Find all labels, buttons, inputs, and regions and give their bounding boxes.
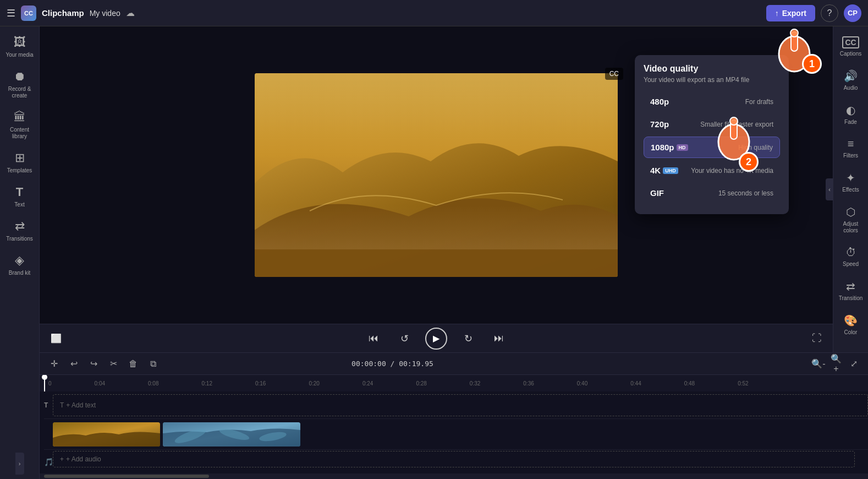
scrollbar-thumb[interactable]: [44, 475, 209, 478]
right-sidebar-item-adjust-colors[interactable]: ⬡ Adjust colors: [835, 200, 867, 240]
sidebar-item-brand-kit[interactable]: ◈ Brand kit: [2, 249, 37, 281]
right-sidebar-item-transition[interactable]: ⇄ Transition: [835, 274, 867, 307]
topbar: ☰ CC Clipchamp My video ☁ ↑ Export ? CP: [0, 0, 868, 26]
brand-label: Brand kit: [9, 270, 30, 276]
step-badge-1: 1: [802, 54, 822, 74]
skip-to-start-button[interactable]: ⏮: [364, 329, 383, 349]
topbar-left: ☰ CC Clipchamp My video ☁: [7, 6, 135, 21]
video-clip-2[interactable]: [163, 422, 300, 447]
center-content: CC Video quality Your video will export …: [40, 26, 833, 352]
quality-4k-desc: Your video has no 4K media: [691, 167, 773, 175]
color-rs-label: Color: [844, 329, 858, 336]
svg-rect-3: [791, 32, 798, 51]
timeline-scrollbar[interactable]: [40, 473, 868, 479]
right-sidebar-item-effects[interactable]: ✦ Effects: [835, 166, 867, 199]
audio-track-row: 🎵 + + Add audio: [44, 450, 868, 473]
captions-icon: CC: [842, 36, 859, 48]
record-label: Record &create: [8, 86, 31, 99]
quality-option-1080p[interactable]: 1080p HD High quality: [644, 137, 780, 158]
quality-dropdown: Video quality Your video will export as …: [635, 55, 789, 214]
your-media-icon: 🖼: [14, 35, 26, 50]
ruler-tick-10: 0:40: [577, 380, 587, 387]
timeline-zoom-controls: 🔍- 🔍+ ⤢: [811, 356, 861, 372]
add-audio-button[interactable]: + + Add audio: [53, 451, 855, 467]
right-sidebar-item-color[interactable]: 🎨 Color: [835, 308, 867, 341]
svg-rect-1: [255, 205, 618, 249]
topbar-right: ↑ Export ? CP: [766, 4, 861, 22]
fit-to-screen-button[interactable]: ⤢: [846, 356, 861, 372]
color-icon: 🎨: [844, 314, 858, 327]
right-sidebar-item-captions[interactable]: CC Captions: [835, 31, 867, 63]
forward-button[interactable]: ↻: [458, 329, 478, 349]
right-sidebar: ‹ CC Captions 🔊 Audio ◐ Fade ≡ Filters: [833, 26, 868, 352]
timeline-ruler: 0 0:04 0:08 0:12 0:16 0:20 0:24 0:28 0:3…: [40, 375, 868, 391]
right-sidebar-item-filters[interactable]: ≡ Filters: [835, 132, 867, 165]
help-label: ?: [827, 8, 832, 18]
templates-label: Templates: [7, 167, 32, 174]
add-text-button[interactable]: T + Add text: [53, 394, 868, 416]
quality-option-720p[interactable]: 720p Smaller file, faster export: [644, 114, 780, 134]
sidebar-item-text[interactable]: T Text: [2, 181, 37, 213]
timeline-delete-button[interactable]: 🗑: [125, 356, 141, 372]
menu-icon[interactable]: ☰: [7, 7, 15, 19]
sidebar-item-content-library[interactable]: 🏛 Contentlibrary: [2, 106, 37, 144]
save-icon[interactable]: ☁: [126, 8, 135, 18]
sidebar-item-templates[interactable]: ⊞ Templates: [2, 146, 37, 178]
help-button[interactable]: ?: [821, 4, 838, 22]
brand-icon: ◈: [15, 253, 24, 268]
speed-icon: ⏱: [845, 246, 856, 259]
text-track-content: T + Add text: [53, 394, 868, 416]
ruler-tick-4: 0:16: [255, 380, 266, 387]
quality-1080p-desc: High quality: [738, 144, 773, 151]
video-clip-1[interactable]: [53, 422, 160, 447]
record-icon: ⏺: [14, 69, 26, 84]
right-sidebar-item-fade[interactable]: ◐ Fade: [835, 98, 867, 131]
sidebar-item-record-create[interactable]: ⏺ Record &create: [2, 65, 37, 104]
audio-icon: 🔊: [844, 69, 858, 83]
video-title[interactable]: My video: [90, 9, 120, 18]
zoom-out-button[interactable]: 🔍-: [811, 356, 826, 372]
timeline-select-tool[interactable]: ✛: [46, 356, 62, 372]
timeline-cut-button[interactable]: ✂: [106, 356, 121, 372]
play-button[interactable]: ▶: [425, 328, 447, 350]
quality-option-480p[interactable]: 480p For drafts: [644, 91, 780, 112]
timeline-undo-button[interactable]: ↩: [66, 356, 81, 372]
ruler-tick-9: 0:36: [523, 380, 534, 387]
quality-option-4k[interactable]: 4K UHD Your video has no 4K media: [644, 160, 780, 181]
text-icon: T: [16, 185, 23, 199]
transition-icon: ⇄: [846, 280, 855, 293]
quality-option-gif[interactable]: GIF 15 seconds or less: [644, 183, 780, 203]
zoom-in-button[interactable]: 🔍+: [828, 356, 844, 372]
sidebar-item-your-media[interactable]: 🖼 Your media: [2, 31, 37, 63]
right-sidebar-item-speed[interactable]: ⏱ Speed: [835, 241, 867, 273]
sidebar-item-transitions[interactable]: ⇄ Transitions: [2, 215, 37, 247]
timeline-redo-button[interactable]: ↪: [86, 356, 101, 372]
ruler-tick-7: 0:28: [416, 380, 426, 387]
speed-rs-label: Speed: [843, 261, 859, 268]
clip-2-thumbnail: [163, 422, 300, 447]
export-icon: ↑: [775, 9, 779, 18]
captions-control-button[interactable]: ⬜: [51, 333, 62, 344]
add-text-icon: T: [60, 401, 64, 409]
skip-to-end-button[interactable]: ⏭: [489, 329, 509, 349]
quality-title: Video quality: [644, 64, 780, 74]
sidebar-collapse-button[interactable]: ›: [15, 453, 24, 475]
text-track-label: T: [44, 401, 53, 409]
captions-rs-label: Captions: [840, 51, 861, 57]
export-button[interactable]: ↑ Export: [766, 5, 815, 21]
hd-badge: HD: [677, 144, 688, 151]
avatar[interactable]: CP: [844, 4, 861, 22]
right-sidebar-item-audio[interactable]: 🔊 Audio: [835, 64, 867, 97]
captions-overlay-button[interactable]: CC: [605, 68, 623, 80]
fullscreen-button[interactable]: ⛶: [812, 333, 822, 344]
ruler-tick-5: 0:20: [309, 380, 319, 387]
fade-rs-label: Fade: [844, 119, 857, 126]
playhead[interactable]: [44, 375, 45, 391]
timeline-copy-button[interactable]: ⧉: [145, 356, 161, 372]
quality-gif-desc: 15 seconds or less: [718, 189, 773, 197]
video-preview: CC Video quality Your video will export …: [40, 26, 833, 324]
rewind-button[interactable]: ↺: [394, 329, 414, 349]
video-track-content: [53, 422, 868, 447]
center-wrapper: CC Video quality Your video will export …: [40, 26, 868, 479]
right-sidebar-collapse-button[interactable]: ‹: [826, 178, 833, 200]
